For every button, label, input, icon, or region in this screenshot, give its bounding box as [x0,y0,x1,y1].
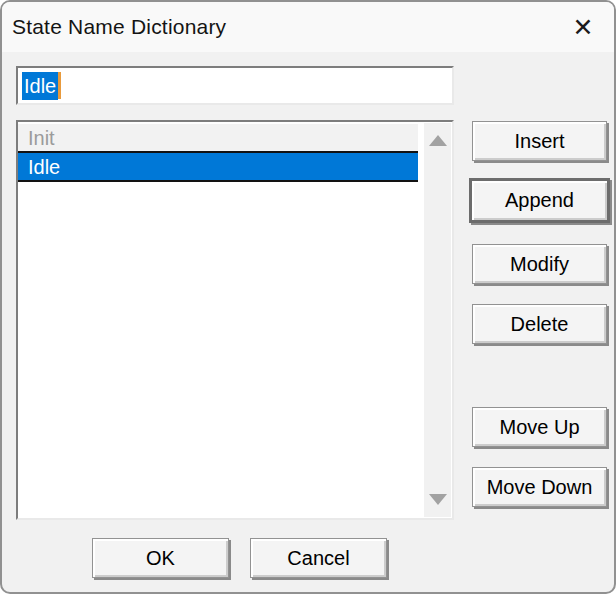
state-name-input[interactable]: Idle [16,66,454,105]
titlebar: State Name Dictionary ✕ [2,2,614,52]
list-item-idle[interactable]: Idle [18,153,418,182]
state-name-dictionary-dialog: State Name Dictionary ✕ Idle Init Idle I… [0,0,616,594]
close-icon: ✕ [573,15,594,40]
ok-button[interactable]: OK [92,538,229,578]
move-down-button[interactable]: Move Down [472,467,607,507]
close-button[interactable]: ✕ [560,5,606,49]
list-scrollbar[interactable] [424,123,451,517]
cancel-button[interactable]: Cancel [250,538,387,578]
insert-button[interactable]: Insert [472,121,607,161]
append-button[interactable]: Append [469,178,610,223]
scroll-down-icon[interactable] [429,494,447,505]
list-item-label: Idle [28,156,60,178]
text-caret [58,72,61,99]
modify-button[interactable]: Modify [472,244,607,284]
delete-button[interactable]: Delete [472,304,607,344]
state-name-list[interactable]: Init Idle [16,120,454,520]
scroll-up-icon[interactable] [429,135,447,146]
list-item-init[interactable]: Init [18,124,418,153]
window-title: State Name Dictionary [2,15,226,39]
input-selected-text: Idle [22,72,58,100]
move-up-button[interactable]: Move Up [472,407,607,447]
list-rows: Init Idle [18,124,418,182]
list-item-label: Init [28,127,55,149]
